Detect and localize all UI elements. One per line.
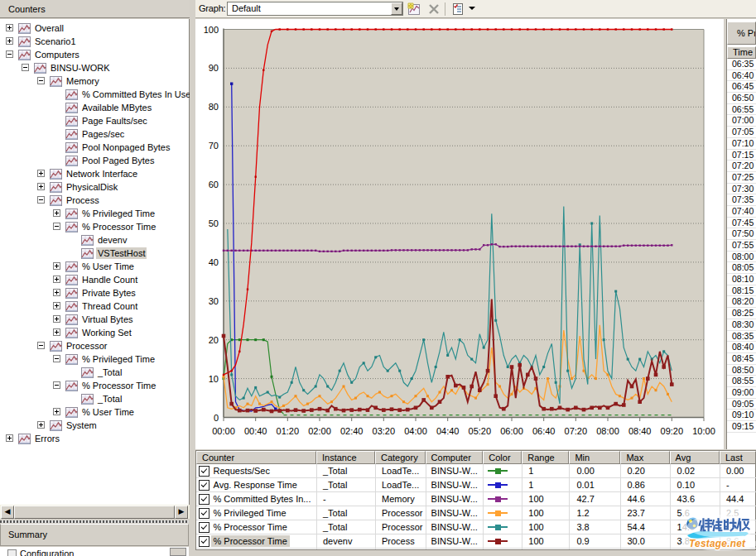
svg-text:08:00: 08:00 <box>596 426 619 436</box>
svg-text:80: 80 <box>209 102 219 112</box>
svg-text:06:00: 06:00 <box>500 426 523 436</box>
svg-text:05:20: 05:20 <box>469 426 492 436</box>
svg-text:10:00: 10:00 <box>692 426 715 436</box>
svg-text:70: 70 <box>209 141 219 151</box>
svg-text:50: 50 <box>209 218 219 228</box>
svg-text:100: 100 <box>204 25 219 35</box>
svg-text:20: 20 <box>209 335 219 345</box>
svg-text:07:20: 07:20 <box>565 426 588 436</box>
svg-text:0: 0 <box>214 413 219 423</box>
svg-text:02:00: 02:00 <box>308 426 331 436</box>
svg-text:00:40: 00:40 <box>244 426 267 436</box>
svg-text:60: 60 <box>209 180 219 189</box>
svg-text:02:40: 02:40 <box>340 426 364 436</box>
svg-text:40: 40 <box>209 257 219 267</box>
svg-text:03:20: 03:20 <box>373 426 396 436</box>
svg-text:30: 30 <box>209 296 219 306</box>
svg-text:90: 90 <box>209 63 219 73</box>
svg-text:Testage.net: Testage.net <box>689 538 746 549</box>
svg-text:04:00: 04:00 <box>404 426 427 436</box>
svg-text:01:20: 01:20 <box>277 426 300 436</box>
svg-text:04:40: 04:40 <box>436 426 460 436</box>
svg-text:00:00: 00:00 <box>212 426 235 436</box>
svg-text:08:40: 08:40 <box>628 426 652 436</box>
svg-text:10: 10 <box>209 374 219 384</box>
svg-text:09:20: 09:20 <box>661 426 684 436</box>
svg-text:06:40: 06:40 <box>532 426 556 436</box>
